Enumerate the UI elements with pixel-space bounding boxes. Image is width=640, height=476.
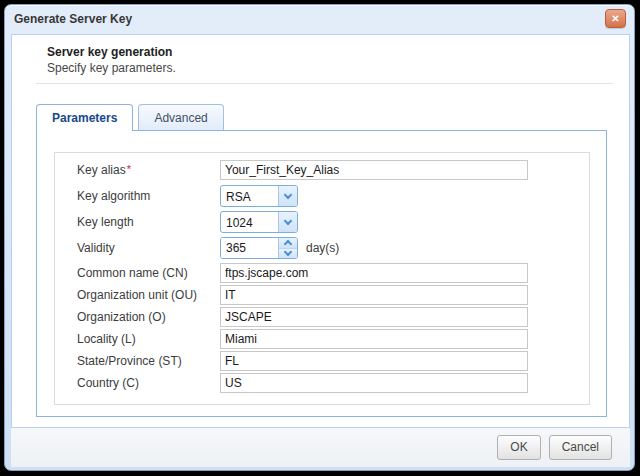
key-length-select[interactable]: 1024 xyxy=(220,211,298,233)
ok-button[interactable]: OK xyxy=(497,435,540,460)
dialog-footer: OK Cancel xyxy=(11,428,630,467)
validity-label: Validity xyxy=(77,241,220,255)
key-alias-input[interactable] xyxy=(220,160,528,180)
content-panel: Server key generation Specify key parame… xyxy=(11,34,630,428)
country-row: Country (C) xyxy=(77,373,589,393)
organization-label: Organization (O) xyxy=(77,310,220,324)
key-length-value: 1024 xyxy=(221,212,278,232)
organization-row: Organization (O) xyxy=(77,307,589,327)
locality-label: Locality (L) xyxy=(77,332,220,346)
locality-row: Locality (L) xyxy=(77,329,589,349)
chevron-down-icon[interactable] xyxy=(278,212,297,232)
close-button[interactable]: ✕ xyxy=(605,9,626,28)
common-name-row: Common name (CN) xyxy=(77,263,589,283)
key-algorithm-label: Key algorithm xyxy=(77,189,220,203)
chevron-down-icon[interactable] xyxy=(278,186,297,206)
cancel-button[interactable]: Cancel xyxy=(549,435,612,460)
country-label: Country (C) xyxy=(77,376,220,390)
generate-server-key-dialog: Generate Server Key ✕ Server key generat… xyxy=(4,4,635,471)
common-name-label: Common name (CN) xyxy=(77,266,220,280)
state-province-input[interactable] xyxy=(220,351,528,371)
key-algorithm-value: RSA xyxy=(221,186,278,206)
wizard-subtitle: Specify key parameters. xyxy=(47,61,609,75)
country-input[interactable] xyxy=(220,373,528,393)
validity-input[interactable] xyxy=(221,238,278,258)
spinner-down-icon[interactable] xyxy=(279,249,297,259)
key-parameters-form: Key alias* Key algorithm RSA Key length … xyxy=(54,152,590,405)
key-alias-label: Key alias* xyxy=(77,163,220,177)
close-icon: ✕ xyxy=(611,14,619,24)
header-divider xyxy=(36,83,613,84)
parameters-tab-panel: Key alias* Key algorithm RSA Key length … xyxy=(36,130,607,417)
key-length-row: Key length 1024 xyxy=(77,211,589,233)
validity-suffix: day(s) xyxy=(306,241,339,255)
organization-input[interactable] xyxy=(220,307,528,327)
organization-unit-label: Organization unit (OU) xyxy=(77,288,220,302)
tab-strip: Parameters Advanced xyxy=(36,104,629,130)
validity-spinner[interactable] xyxy=(220,237,298,259)
key-length-label: Key length xyxy=(77,215,220,229)
locality-input[interactable] xyxy=(220,329,528,349)
organization-unit-row: Organization unit (OU) xyxy=(77,285,589,305)
spinner-triggers xyxy=(278,238,297,258)
key-algorithm-select[interactable]: RSA xyxy=(220,185,298,207)
tab-parameters[interactable]: Parameters xyxy=(36,104,133,131)
dialog-titlebar[interactable]: Generate Server Key ✕ xyxy=(5,5,634,34)
tab-advanced[interactable]: Advanced xyxy=(138,104,223,130)
dialog-title: Generate Server Key xyxy=(14,12,132,26)
key-algorithm-row: Key algorithm RSA xyxy=(77,185,589,207)
key-alias-row: Key alias* xyxy=(77,159,589,181)
validity-row: Validity day(s) xyxy=(77,237,589,259)
organization-unit-input[interactable] xyxy=(220,285,528,305)
common-name-input[interactable] xyxy=(220,263,528,283)
wizard-header: Server key generation Specify key parame… xyxy=(12,35,629,75)
required-marker: * xyxy=(127,163,131,175)
state-province-label: State/Province (ST) xyxy=(77,354,220,368)
wizard-title: Server key generation xyxy=(47,45,609,59)
state-province-row: State/Province (ST) xyxy=(77,351,589,371)
